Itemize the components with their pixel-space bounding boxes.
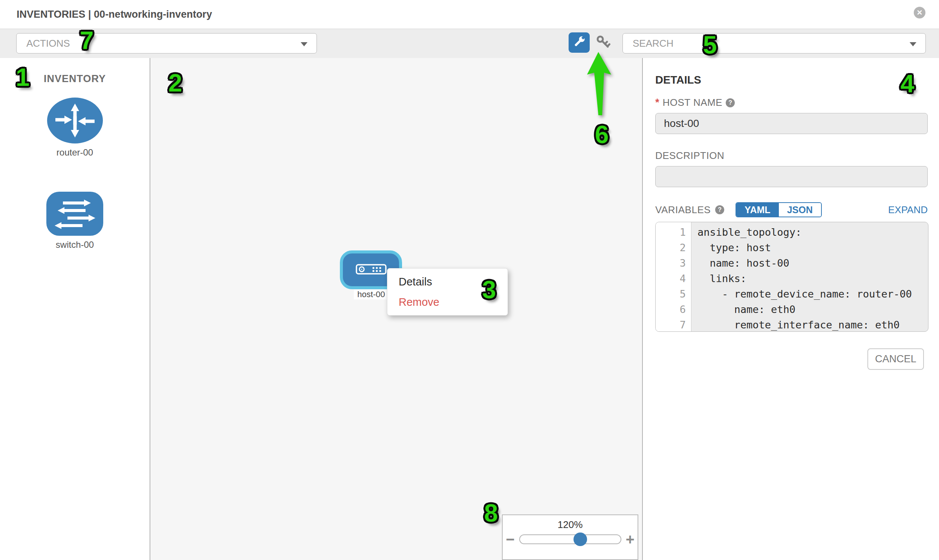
cancel-button[interactable]: CANCEL [867,348,924,370]
inventory-topology-app: INVENTORIES | 00-networking-inventory ✕ … [0,0,939,560]
context-menu: Details Remove [387,268,508,315]
host-node-label: host-00 [354,289,389,299]
editor-line-number: 1 [656,225,691,240]
zoom-control: 120% − + [502,514,638,560]
zoom-slider-track[interactable] [519,534,621,544]
close-icon[interactable]: ✕ [914,7,925,18]
description-input[interactable] [655,166,928,187]
search-dropdown[interactable]: SEARCH [623,33,926,54]
zoom-percent-label: 120% [503,519,638,531]
variables-format-toggle: YAML JSON [735,202,822,217]
header-bar: INVENTORIES | 00-networking-inventory ✕ [0,0,939,29]
editor-line: links: [691,271,928,286]
editor-line-number: 2 [656,240,691,255]
chevron-down-icon [910,42,916,46]
editor-line: name: host-00 [691,255,928,271]
variables-label: VARIABLES [655,204,711,216]
breadcrumb: INVENTORIES | 00-networking-inventory [17,0,212,29]
editor-line-number: 3 [656,255,691,271]
palette-item-switch[interactable]: switch-00 [0,192,150,250]
host-name-label: HOST NAME [663,97,723,108]
details-panel: DETAILS * HOST NAME ? DESCRIPTION VARIAB… [642,58,939,560]
editor-line-number: 5 [656,286,691,302]
help-icon[interactable]: ? [715,205,724,214]
description-label: DESCRIPTION [655,150,724,162]
editor-line: - remote_device_name: router-00 [691,286,928,302]
tools-button[interactable] [569,32,590,53]
inventory-palette: INVENTORY router-00 [0,58,150,560]
editor-line: remote_interface_name: eth0 [691,317,928,332]
editor-line-number: 4 [656,271,691,286]
palette-item-label: router-00 [0,147,150,158]
actions-dropdown[interactable]: ACTIONS [16,33,317,54]
editor-line: name: eth0 [691,302,928,317]
editor-line-number: 6 [656,302,691,317]
zoom-slider-thumb[interactable] [574,532,587,546]
palette-item-label: switch-00 [0,240,150,250]
yaml-toggle[interactable]: YAML [736,203,779,217]
host-name-input[interactable] [655,113,928,134]
context-menu-item-details[interactable]: Details [387,272,507,292]
editor-line-numbers: 1234567 [656,222,691,331]
search-placeholder: SEARCH [633,34,673,53]
toolbar: ACTIONS [0,29,939,58]
chevron-down-icon [301,42,307,46]
key-button[interactable] [595,34,612,52]
switch-icon [46,231,103,237]
help-icon[interactable]: ? [726,98,735,107]
host-icon [356,264,387,276]
json-toggle[interactable]: JSON [779,203,821,217]
palette-item-router[interactable]: router-00 [0,97,150,158]
editor-line: type: host [691,240,928,255]
context-menu-item-remove[interactable]: Remove [387,292,507,312]
zoom-out-button[interactable]: − [506,534,514,545]
expand-link[interactable]: EXPAND [888,204,928,216]
editor-line-number: 7 [656,317,691,332]
details-heading: DETAILS [655,74,928,86]
zoom-in-button[interactable]: + [626,534,635,545]
key-icon [595,34,612,52]
required-marker: * [655,97,659,108]
editor-code: ansible_topology: type: host name: host-… [691,222,928,331]
editor-line: ansible_topology: [691,225,928,240]
palette-heading: INVENTORY [0,73,150,85]
router-icon [47,138,103,145]
wrench-icon [572,34,587,51]
actions-dropdown-placeholder: ACTIONS [26,34,70,53]
variables-editor[interactable]: 1234567 ansible_topology: type: host nam… [655,222,928,332]
